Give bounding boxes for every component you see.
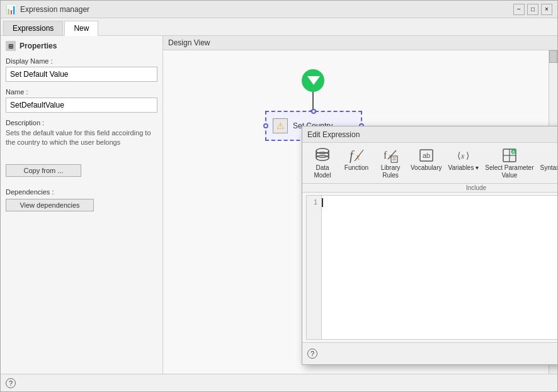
display-name-label: Display Name :: [6, 57, 157, 65]
flow-node-icon: ⚠: [273, 118, 288, 133]
right-panel: Design View: [163, 36, 557, 374]
toolbar-section-labels: Include Format: [302, 184, 557, 193]
properties-label: Properties: [20, 42, 57, 50]
minimize-button[interactable]: −: [513, 4, 525, 15]
bottom-bar: ?: [1, 374, 557, 391]
title-bar-left: 📊 Expression manager: [6, 4, 89, 14]
svg-text:⟩: ⟩: [466, 150, 469, 160]
help-icon[interactable]: ?: [6, 378, 16, 388]
svg-text:ab: ab: [423, 152, 430, 159]
line-numbers: 1: [307, 196, 322, 339]
copy-from-button[interactable]: Copy from ...: [6, 164, 81, 177]
description-text: Sets the default value for this field ac…: [6, 128, 157, 148]
include-section-label: Include: [309, 184, 557, 191]
text-cursor: [322, 198, 323, 207]
display-name-input[interactable]: [6, 67, 157, 82]
name-label: Name :: [6, 88, 157, 96]
properties-icon: ⊞: [6, 41, 16, 51]
svg-point-2: [316, 155, 329, 160]
dialog-help-icon[interactable]: Ok ?: [307, 349, 317, 359]
data-model-label: DataModel: [314, 164, 331, 179]
dialog-toolbar: DataModel f x Function: [302, 143, 557, 184]
toolbar-syntax-validation[interactable]: Syntax and referencesvalidation: [537, 145, 557, 181]
top-connector: [311, 109, 316, 114]
edit-expression-dialog: Edit Expression − □ ×: [302, 126, 557, 365]
toolbar-data-model[interactable]: DataModel: [306, 145, 339, 181]
design-canvas: ⚠ Set Country Edit Expression − □ ×: [163, 50, 557, 374]
toolbar-variables[interactable]: ⟨ x ⟩ Variables ▾: [445, 145, 481, 181]
expression-editor[interactable]: 1: [306, 195, 557, 340]
select-param-icon: +: [501, 147, 518, 164]
left-panel: ⊞ Properties Display Name : Name : Descr…: [1, 36, 163, 374]
main-content: ⊞ Properties Display Name : Name : Descr…: [1, 36, 557, 374]
tab-bar: Expressions New: [1, 18, 557, 36]
flow-start-node: [302, 69, 324, 92]
library-rules-label: LibraryRules: [381, 164, 401, 179]
library-rules-icon: f x: [382, 147, 399, 164]
toolbar-library-rules[interactable]: f x LibraryRules: [374, 145, 407, 181]
scroll-thumb[interactable]: [549, 50, 557, 63]
description-group: Description : Sets the default value for…: [6, 119, 157, 154]
main-window: 📊 Expression manager − □ × Expressions N…: [0, 0, 558, 392]
design-view-header: Design View: [163, 36, 557, 50]
svg-rect-9: [391, 156, 397, 162]
function-icon: f x: [348, 147, 365, 164]
svg-text:f: f: [350, 148, 355, 163]
maximize-button[interactable]: □: [527, 4, 538, 15]
window-title: Expression manager: [20, 5, 89, 14]
display-name-group: Display Name :: [6, 57, 157, 82]
expression-textarea[interactable]: [324, 198, 557, 337]
warning-icon: ⚠: [276, 121, 285, 131]
vocabulary-icon: ab: [418, 147, 435, 164]
app-icon: 📊: [6, 4, 16, 14]
view-dependencies-button[interactable]: View dependencies: [6, 199, 94, 211]
name-input[interactable]: [6, 98, 157, 113]
variables-icon: ⟨ x ⟩: [455, 147, 472, 164]
tab-new[interactable]: New: [64, 21, 98, 36]
syntax-validation-label: Syntax and referencesvalidation: [540, 164, 557, 179]
name-group: Name :: [6, 88, 157, 113]
svg-text:x: x: [460, 152, 465, 160]
function-label: Function: [344, 164, 368, 172]
vocabulary-label: Vocabulary: [411, 164, 441, 172]
dialog-title-bar: Edit Expression − □ ×: [302, 126, 557, 143]
svg-text:+: +: [512, 149, 515, 155]
left-connector: [263, 123, 268, 128]
svg-text:f: f: [384, 150, 387, 160]
data-model-icon: [314, 147, 331, 164]
toolbar-vocabulary[interactable]: ab Vocabulary: [408, 145, 444, 181]
properties-header: ⊞ Properties: [6, 41, 157, 51]
select-param-label: Select ParameterValue: [485, 164, 533, 179]
dialog-bottom-bar: Ok ? Ok Cancel: [302, 342, 557, 364]
tab-expressions[interactable]: Expressions: [3, 21, 63, 35]
dependencies-label: Dependencies :: [6, 188, 157, 196]
toolbar-select-param[interactable]: + Select ParameterValue: [482, 145, 536, 181]
svg-text:⟨: ⟨: [457, 150, 460, 160]
title-bar: 📊 Expression manager − □ ×: [1, 1, 557, 18]
close-button[interactable]: ×: [541, 4, 552, 15]
variables-label: Variables ▾: [448, 164, 479, 172]
toolbar-function[interactable]: f x Function: [340, 145, 373, 181]
description-label: Description :: [6, 119, 157, 126]
flow-arrow: [312, 92, 314, 111]
title-bar-controls: − □ ×: [513, 4, 552, 15]
dialog-title: Edit Expression: [307, 130, 360, 139]
